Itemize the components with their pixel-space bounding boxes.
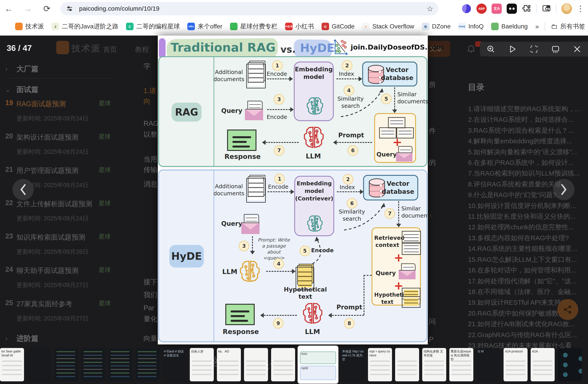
forward-button[interactable]: → (22, 3, 33, 14)
bookmark-item[interactable]: GGitCode (322, 23, 355, 30)
thumbnail[interactable]: 结构化参数 文本回复 (422, 348, 446, 381)
site-logo-icon[interactable] (56, 41, 69, 54)
sider-extension-icon[interactable] (461, 3, 472, 14)
toc-item[interactable]: 15.RAG怎么解决LLM上下文窗口有... (468, 254, 586, 265)
toc-item[interactable]: 5.如何解决向量检索中的"语义漂移"... (468, 147, 586, 157)
slideshow-play-icon[interactable] (508, 44, 517, 54)
zoom-in-icon[interactable] (486, 44, 496, 54)
sidebar-article-item[interactable]: 20架构设计面试题预测星球更新时间: 2025年09月24日 (5, 132, 111, 156)
url-text[interactable]: paicoding.com/column/10/19 (79, 5, 160, 12)
extensions-puzzle-icon[interactable] (522, 4, 532, 14)
thumbnail[interactable] (558, 348, 582, 381)
article-title[interactable]: 用户管理面试题预测 (17, 166, 99, 176)
embedding-model-box: Embedding model (294, 62, 334, 121)
thumbnail[interactable]: 本地是 http:/ oseek-r1:7b 就为空 (341, 348, 365, 381)
bookmark-item[interactable]: ≡Stack Overflow (362, 23, 414, 30)
thumbnail[interactable] (54, 348, 78, 381)
thumbnail[interactable] (395, 348, 419, 381)
bookmark-item[interactable]: ◍DZone (422, 23, 451, 30)
all-bookmarks-folder-icon[interactable]: 🗀 (551, 23, 558, 30)
article-title[interactable]: 聊天助手面试题预测 (17, 266, 99, 276)
thumbnail[interactable] (27, 348, 51, 381)
profile-avatar[interactable] (561, 3, 572, 14)
nav-tutorial[interactable]: 教程 (135, 45, 149, 54)
bookmarks-overflow-icon[interactable]: » (535, 23, 539, 30)
browser-menu-icon[interactable]: ⋮ (576, 4, 585, 13)
thumbnail[interactable]: A2A protocol (504, 348, 527, 381)
nav-home[interactable]: 首页 (103, 45, 117, 54)
article-title[interactable]: RAG面试题预测 (17, 99, 99, 109)
site-settings-icon[interactable] (66, 5, 73, 12)
thumbnail[interactable]: 重新生成request 再次调用模型 (449, 348, 473, 381)
article-title[interactable]: 架构设计面试题预测 (17, 132, 99, 142)
toc-item[interactable]: 1.请详细描述完整的RAG系统架构，... (468, 104, 586, 114)
bookmark-item[interactable]: InfoQInfoQ (458, 23, 483, 30)
bookmark-star-icon[interactable]: ☆ (427, 4, 433, 13)
sidebar-article-item[interactable]: 19RAG面试题预测星球更新时间: 2025年09月24日 (5, 99, 111, 123)
toc-item[interactable]: 16.在多轮对话中，如何管理和利用... (468, 265, 586, 276)
sidebar-section[interactable]: ›大厂篇 (5, 63, 111, 75)
bookmark-item[interactable]: Baeldung (491, 23, 527, 30)
bookmark-item[interactable]: C二哥的编程星球 (126, 22, 180, 31)
toc-item[interactable]: 13.多模态内容如何在RAG中处理? (468, 233, 586, 243)
bookmark-item[interactable]: 星球付费专栏 (230, 22, 277, 31)
thumbnail[interactable] (81, 348, 105, 381)
thumbnail[interactable] (271, 348, 295, 381)
toc-item[interactable]: 9.什么是RAG中的"幻觉"问题?... (468, 190, 586, 200)
bookmark-item[interactable]: J二哥的Java进阶之路 (52, 22, 118, 31)
share-button[interactable] (557, 299, 578, 320)
article-title[interactable]: 知识库检索面试题预测 (17, 232, 99, 242)
url-bar[interactable]: paicoding.com/column/10/19 ☆ (61, 2, 438, 15)
article-title[interactable]: 27家真实面经参考 (17, 299, 99, 309)
thumbnail-current[interactable]: RAGHyDE (298, 346, 338, 383)
toc-item[interactable]: 7.当RAG检索到的知识与LLM预训练... (468, 168, 586, 179)
sidebar-section[interactable]: ›进阶篇 (5, 332, 111, 345)
sidebar-article-item[interactable]: 23知识库检索面试题预测星球更新时间: 2025年09月26日 (5, 232, 111, 256)
fit-window-icon[interactable] (551, 44, 560, 54)
toc-item[interactable]: 4.解释向量embedding的维度选择... (468, 136, 586, 147)
prev-image-button[interactable] (12, 179, 34, 200)
sidebar-section[interactable]: ⌄面试篇 (5, 83, 111, 96)
toc-item[interactable]: 10.如何设计置信度评分机制来判断... (468, 200, 586, 211)
notification-bell-icon[interactable] (466, 44, 476, 54)
toc-item[interactable]: 3.RAG系统中的混合检索是什么？... (468, 125, 586, 136)
toc-item[interactable]: 14.RAG系统的主要性能瓶颈在哪里... (468, 243, 586, 254)
back-button[interactable]: ← (3, 3, 14, 14)
translate-extension-icon[interactable]: 文A (492, 3, 502, 14)
adblock-extension-icon[interactable]: ABP (476, 3, 487, 14)
bookmark-item[interactable]: 技术派 (15, 22, 44, 31)
thumbnail[interactable]: A2A (531, 348, 555, 381)
toc-item[interactable]: 8.评估RAG系统检索质量的关键... (468, 179, 586, 190)
refresh-button[interactable]: ⟳ (41, 3, 52, 14)
thumbnail[interactable] (244, 348, 268, 381)
fullscreen-icon[interactable] (529, 44, 539, 54)
toc-item[interactable]: 12.如何处理跨chunk的信息完整性... (468, 222, 586, 233)
lightbox-image[interactable]: Traditional RAG vs. HyDE join.DailyDoseo… (158, 36, 428, 344)
sidebar-article-item[interactable]: 22文件上传解析面试题预测星球更新时间: 2025年09月24日 (5, 199, 111, 222)
toc-item[interactable]: 21.如何进行A/B测试来优化RAG效... (468, 319, 586, 329)
toc-item[interactable]: 18.在不同领域（法律、医疗、金融... (468, 286, 586, 297)
dark-extension-icon[interactable] (507, 3, 517, 14)
close-icon[interactable] (572, 44, 582, 54)
article-title[interactable]: 文件上传解析面试题预测 (17, 199, 99, 209)
toc-item[interactable]: 22.GraphRAG与传统RAG有什么区... (468, 330, 586, 340)
thumbnail[interactable]: 目标人群 (190, 348, 214, 381)
search-tabs-icon[interactable] (542, 4, 551, 13)
toc-item[interactable]: 17.如何处理指代消解（如"它"、"这... (468, 276, 586, 286)
sidebar-article-item[interactable]: 2527家真实面经参考星球更新时间: 2025年09月27日 (5, 299, 111, 322)
thumbnail[interactable]: G M (476, 348, 501, 381)
site-brand[interactable]: 技术派 (72, 42, 101, 54)
thumbnail[interactable]: # Elasti # 协议 # 安装后生 (163, 348, 187, 381)
thumbnail[interactable]: mpt + query content (368, 348, 392, 381)
toc-item[interactable]: 2.在设计RAG系统时，如何选择合... (468, 114, 586, 125)
thumbnail[interactable] (108, 348, 132, 381)
sidebar-article-item[interactable]: 24聊天助手面试题预测星球更新时间: 2025年09月27日 (5, 266, 111, 289)
bookmark-item[interactable]: offer来个offer (187, 22, 222, 31)
thumbnail[interactable]: tor Sear gable Small W (0, 348, 24, 381)
toc-item[interactable]: 6.在多租户RAG系统中，如何设计... (468, 157, 586, 168)
all-bookmarks-label[interactable]: 所有书签 (560, 22, 585, 31)
thumbnail[interactable]: ka、AO (217, 348, 241, 381)
toc-item[interactable]: 11.比较固定长度分块和语义分块的... (468, 211, 586, 222)
thumbnail[interactable] (136, 348, 160, 381)
bookmark-item[interactable]: 小红书小红书 (285, 22, 314, 31)
